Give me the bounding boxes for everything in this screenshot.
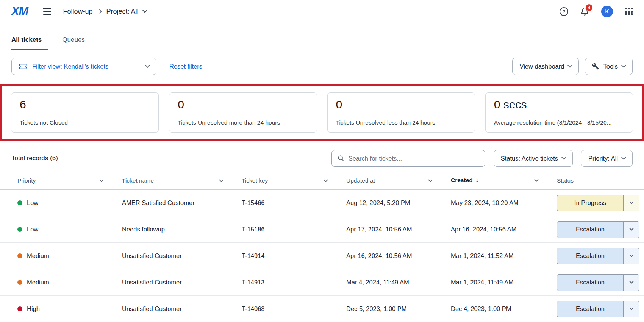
table-row[interactable]: High Unsatisfied Customer T-14068 Dec 5,… <box>0 296 644 322</box>
column-label: Updated at <box>346 177 375 184</box>
table-header: Priority Ticket name Ticket key Updated … <box>0 172 644 190</box>
hamburger-menu-icon[interactable] <box>43 8 51 15</box>
notification-badge: 4 <box>586 4 592 11</box>
priority-filter-label: Priority: All <box>588 155 618 162</box>
chevron-down-icon <box>561 155 566 160</box>
ticket-name: Unsatisfied Customer <box>116 279 236 286</box>
chevron-down-icon[interactable] <box>623 248 639 264</box>
chevron-down-icon[interactable] <box>623 195 639 211</box>
app-switcher-icon[interactable] <box>625 8 633 15</box>
tab-all-tickets[interactable]: All tickets <box>11 36 48 50</box>
column-header-status: Status <box>551 172 637 189</box>
table-row[interactable]: Low AMER Satisfied Customer T-15466 Aug … <box>0 190 644 216</box>
total-records-label: Total records (6) <box>11 155 58 162</box>
chevron-down-icon[interactable] <box>623 222 639 238</box>
created-at: Mar 1, 2024, 11:52 AM <box>445 252 551 259</box>
status-dropdown[interactable]: Escalation <box>557 301 639 317</box>
stat-card-unresolved-less-24h: 0 Tickets Unresolved less than 24 hours <box>327 92 475 133</box>
stat-label: Tickets Unresolved more than 24 hours <box>178 119 308 126</box>
chevron-down-icon <box>568 63 573 68</box>
priority-label: Medium <box>27 252 49 259</box>
table-row[interactable]: Low Needs followup T-15186 Apr 17, 2024,… <box>0 216 644 243</box>
column-menu-updated-at[interactable] <box>427 179 433 183</box>
ticket-name: Unsatisfied Customer <box>116 305 236 313</box>
priority-cell: High <box>11 305 116 313</box>
column-menu-ticket-key[interactable] <box>323 179 329 183</box>
notifications-button[interactable]: 4 <box>580 7 589 16</box>
project-selector[interactable]: Project: All <box>106 8 147 16</box>
stat-label: Average resolution time (8/1/2024 - 8/15… <box>494 119 624 126</box>
status-dropdown[interactable]: In Progress <box>557 195 639 211</box>
priority-cell: Low <box>11 199 116 206</box>
search-icon <box>337 155 345 162</box>
created-at: Dec 4, 2023, 1:00 PM <box>445 305 551 313</box>
ticket-name: Needs followup <box>116 226 236 233</box>
status-filter-dropdown[interactable]: Status: Active tickets <box>494 150 573 167</box>
column-header-created[interactable]: Created ↓ <box>445 172 551 189</box>
xm-logo[interactable]: XM <box>11 5 28 18</box>
ticket-key: T-14914 <box>236 252 340 259</box>
table-body: Low AMER Satisfied Customer T-15466 Aug … <box>0 190 644 322</box>
chevron-right-icon <box>97 9 102 13</box>
status-dropdown[interactable]: Escalation <box>557 248 639 264</box>
avatar[interactable]: K <box>601 6 613 17</box>
column-menu-ticket-name[interactable] <box>218 179 224 183</box>
chevron-down-icon <box>142 8 147 13</box>
view-dashboard-button[interactable]: View dashboard <box>512 58 579 75</box>
tools-button[interactable]: Tools <box>585 58 633 75</box>
project-selector-label: Project: All <box>106 8 139 16</box>
ticket-key: T-15186 <box>236 226 340 233</box>
created-at: Mar 1, 2024, 11:49 AM <box>445 279 551 286</box>
priority-cell: Medium <box>11 279 116 286</box>
filter-row: Filter view: Kendall's tickets Reset fil… <box>0 58 644 75</box>
stat-card-unresolved-more-24h: 0 Tickets Unresolved more than 24 hours <box>169 92 317 133</box>
status-label: Escalation <box>557 248 623 264</box>
ticket-tabs: All tickets Queues <box>0 36 644 50</box>
filter-view-dropdown[interactable]: Filter view: Kendall's tickets <box>11 58 156 75</box>
status-cell: Escalation <box>551 301 639 317</box>
reset-filters-link[interactable]: Reset filters <box>169 63 202 70</box>
tools-label: Tools <box>603 63 618 70</box>
status-dropdown[interactable]: Escalation <box>557 274 639 291</box>
help-icon[interactable]: ? <box>560 7 568 16</box>
priority-dot <box>17 200 22 205</box>
chevron-down-icon[interactable] <box>623 301 639 317</box>
updated-at: Dec 5, 2023, 1:00 PM <box>340 305 445 313</box>
column-menu-created[interactable] <box>533 178 539 183</box>
table-row[interactable]: Medium Unsatisfied Customer T-14914 Apr … <box>0 243 644 269</box>
stat-value: 0 <box>336 98 466 111</box>
ticket-icon <box>19 63 28 70</box>
table-row[interactable]: Medium Unsatisfied Customer T-14913 Mar … <box>0 269 644 296</box>
tab-queues[interactable]: Queues <box>62 36 88 50</box>
stat-value: 0 secs <box>494 98 624 111</box>
status-dropdown[interactable]: Escalation <box>557 221 639 238</box>
sort-descending-icon: ↓ <box>476 177 479 184</box>
priority-cell: Medium <box>11 252 116 259</box>
column-header-ticket-name: Ticket name <box>116 172 236 189</box>
column-menu-priority[interactable] <box>98 179 105 183</box>
column-label: Ticket name <box>122 177 154 184</box>
status-filter-label: Status: Active tickets <box>501 155 558 162</box>
priority-filter-dropdown[interactable]: Priority: All <box>581 150 633 167</box>
ticket-key: T-15466 <box>236 199 340 206</box>
priority-cell: Low <box>11 226 116 233</box>
view-dashboard-label: View dashboard <box>519 63 564 70</box>
column-header-ticket-key: Ticket key <box>236 172 340 189</box>
column-header-updated-at: Updated at <box>340 172 445 189</box>
ticket-name: Unsatisfied Customer <box>116 252 236 259</box>
status-cell: In Progress <box>551 195 639 211</box>
priority-dot <box>17 306 22 311</box>
status-cell: Escalation <box>551 248 639 264</box>
breadcrumb-section[interactable]: Follow-up <box>63 8 93 16</box>
search-input[interactable] <box>349 155 480 162</box>
wrench-icon <box>592 63 599 70</box>
stat-card-average-resolution-time: 0 secs Average resolution time (8/1/2024… <box>485 92 633 133</box>
topbar-actions: ? 4 K <box>560 6 633 17</box>
column-label: Priority <box>17 177 36 184</box>
created-at: May 23, 2024, 10:20 AM <box>445 199 551 206</box>
chevron-down-icon <box>621 155 626 160</box>
status-label: Escalation <box>557 222 623 238</box>
created-at: Apr 16, 2024, 10:56 AM <box>445 226 551 233</box>
chevron-down-icon[interactable] <box>623 275 639 291</box>
chevron-down-icon <box>145 63 150 68</box>
